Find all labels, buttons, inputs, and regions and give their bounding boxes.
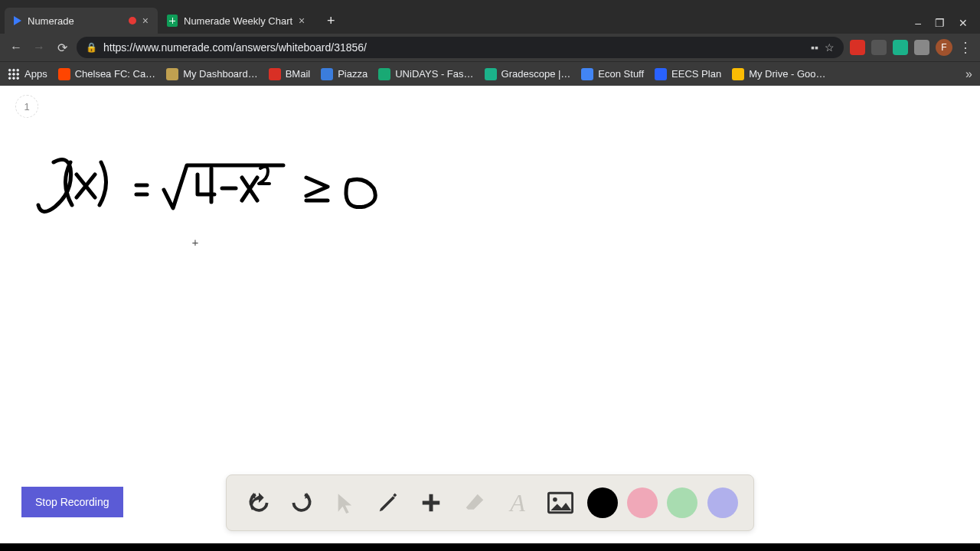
redo-icon — [289, 491, 314, 515]
apps-label: Apps — [24, 68, 47, 80]
url-text: https://www.numerade.com/answers/whitebo… — [103, 41, 805, 54]
bookmark-label: Gradescope |… — [501, 68, 571, 80]
recording-indicator-icon — [129, 17, 136, 24]
color-purple[interactable] — [707, 487, 738, 518]
stop-recording-button[interactable]: Stop Recording — [21, 487, 123, 517]
window-controls: – ❐ ✕ — [915, 17, 975, 34]
bookmark-label: Chelsea FC: Ca… — [75, 68, 155, 80]
bookmark-bmail[interactable]: BMail — [269, 68, 311, 80]
profile-avatar[interactable]: F — [936, 39, 952, 56]
bookmark-favicon — [655, 68, 667, 80]
apps-button[interactable]: Apps — [8, 68, 47, 80]
extension-icon[interactable] — [914, 40, 929, 55]
bookmark-overflow-icon[interactable]: » — [965, 67, 972, 81]
camera-icon[interactable]: ▪▪ — [811, 41, 818, 54]
color-black[interactable] — [587, 487, 618, 518]
numerade-play-icon — [14, 16, 21, 25]
bookmark-unidays[interactable]: UNiDAYS - Fas… — [378, 68, 473, 80]
extension-icon[interactable] — [893, 40, 908, 55]
sheets-icon — [167, 15, 178, 27]
bookmark-drive[interactable]: My Drive - Goo… — [732, 68, 825, 80]
bookmark-dashboard[interactable]: My Dashboard… — [166, 68, 258, 80]
add-button[interactable] — [414, 486, 448, 520]
pointer-icon — [335, 492, 356, 514]
lock-icon: 🔒 — [86, 42, 97, 53]
bookmark-favicon — [581, 68, 593, 80]
pointer-button[interactable] — [328, 486, 362, 520]
bookmark-favicon — [732, 68, 744, 80]
eraser-icon — [463, 491, 486, 514]
bookmark-favicon — [269, 68, 281, 80]
bookmark-favicon — [378, 68, 390, 80]
bookmark-label: UNiDAYS - Fas… — [395, 68, 473, 80]
bookmark-piazza[interactable]: Piazza — [321, 68, 368, 80]
whiteboard-canvas[interactable]: 1 + St — [0, 86, 980, 543]
reload-button[interactable]: ⟳ — [54, 41, 70, 55]
tab-numerade[interactable]: Numerade × — [5, 8, 158, 34]
bookmark-label: Econ Stuff — [598, 68, 644, 80]
menu-button[interactable]: ⋮ — [959, 39, 972, 56]
address-bar: ← → ⟳ 🔒 https://www.numerade.com/answers… — [0, 34, 980, 61]
text-button[interactable]: A — [501, 486, 534, 520]
text-icon: A — [510, 489, 525, 517]
color-green[interactable] — [667, 487, 697, 518]
undo-button[interactable] — [242, 486, 276, 520]
maximize-button[interactable]: ❐ — [935, 17, 945, 29]
bookmark-label: My Dashboard… — [183, 68, 258, 80]
tab-title: Numerade — [28, 15, 122, 27]
bookmarks-bar: Apps Chelsea FC: Ca… My Dashboard… BMail… — [0, 61, 980, 86]
cursor-crosshair-icon: + — [192, 236, 198, 249]
bookmark-label: EECS Plan — [671, 68, 721, 80]
pen-button[interactable] — [371, 486, 405, 520]
close-tab-icon[interactable]: × — [299, 15, 305, 27]
whiteboard-toolbar: A — [226, 474, 754, 531]
new-tab-button[interactable]: + — [320, 10, 341, 31]
eraser-button[interactable] — [458, 486, 492, 520]
close-window-button[interactable]: ✕ — [959, 17, 968, 29]
bookmark-econ[interactable]: Econ Stuff — [581, 68, 644, 80]
extension-icon[interactable] — [850, 40, 865, 55]
bookmark-favicon — [58, 68, 70, 80]
bookmark-label: BMail — [286, 68, 311, 80]
tab-strip: Numerade × Numerade Weekly Chart × + – ❐… — [0, 0, 980, 34]
bookmark-favicon — [166, 68, 178, 80]
bookmark-chelsea[interactable]: Chelsea FC: Ca… — [58, 68, 155, 80]
tab-weekly-chart[interactable]: Numerade Weekly Chart × — [158, 8, 314, 34]
pen-icon — [377, 491, 400, 514]
bookmark-label: Piazza — [338, 68, 368, 80]
bookmark-favicon — [485, 68, 497, 80]
redo-button[interactable] — [285, 486, 318, 520]
svg-point-1 — [554, 497, 558, 502]
forward-button[interactable]: → — [31, 41, 47, 54]
apps-grid-icon — [8, 68, 20, 80]
back-button[interactable]: ← — [8, 41, 24, 54]
minimize-button[interactable]: – — [915, 17, 921, 29]
image-icon — [547, 491, 573, 514]
extension-icon[interactable] — [871, 40, 887, 55]
plus-icon — [420, 491, 443, 514]
tab-title: Numerade Weekly Chart — [184, 15, 292, 27]
undo-icon — [247, 491, 271, 515]
url-field[interactable]: 🔒 https://www.numerade.com/answers/white… — [77, 37, 844, 58]
bookmark-label: My Drive - Goo… — [749, 68, 825, 80]
image-button[interactable] — [544, 486, 577, 520]
bookmark-favicon — [321, 68, 333, 80]
bookmark-gradescope[interactable]: Gradescope |… — [485, 68, 571, 80]
color-pink[interactable] — [627, 487, 658, 518]
star-icon[interactable]: ☆ — [825, 41, 835, 54]
close-tab-icon[interactable]: × — [142, 15, 149, 27]
bookmark-eecs[interactable]: EECS Plan — [655, 68, 721, 80]
